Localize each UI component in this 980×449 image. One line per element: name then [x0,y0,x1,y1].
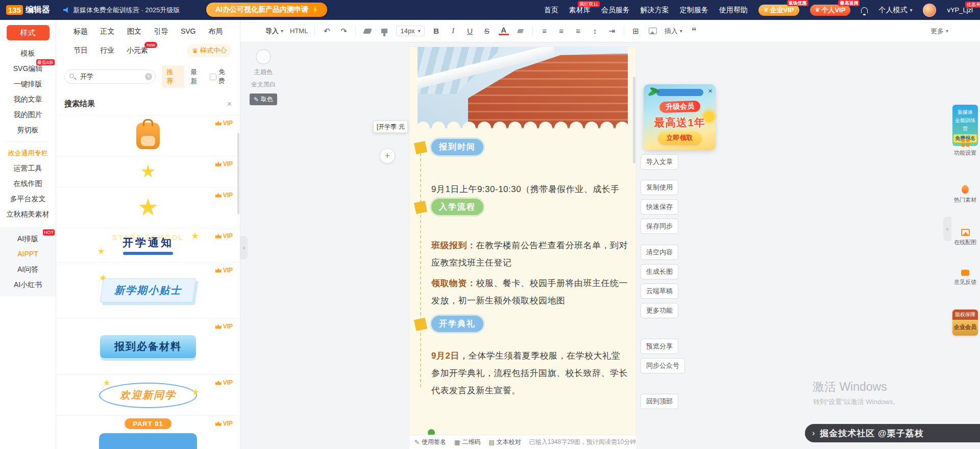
section-title-opening-ceremony[interactable]: 开学典礼 [431,316,483,332]
theme-color-label[interactable]: 主题色 [245,68,282,77]
rail-item-online-images[interactable]: 在线配图 [950,229,980,246]
ai-product-apply-button[interactable]: AI办公可视化新产品内测申请 [206,3,327,17]
sidebar-item-my-articles[interactable]: 我的文章 [0,91,56,107]
back-to-top-button[interactable]: 回到顶部 [641,394,678,409]
bullet-list-icon[interactable]: ≡ [540,27,550,35]
add-block-button[interactable]: + [380,148,395,163]
quick-save-button[interactable]: 快速保存 [641,199,678,215]
announcement-banner[interactable]: 新媒体免费全能训练营 · 2025升级版 [63,6,180,15]
enterprise-vip-button[interactable]: ♛ 企业VIP 返场优惠 [758,5,799,16]
sidebar-item-multi-platform[interactable]: 多平台发文 [0,191,56,206]
style-item-registration-materials[interactable]: VIP 报到必备材料 [56,319,240,375]
preview-share-button[interactable]: 预览分享 [641,339,678,354]
import-article-button[interactable]: 导入文章 [641,154,678,170]
strikethrough-button[interactable]: S [482,27,492,35]
style-item-star[interactable]: VIP [56,187,240,228]
mode-select[interactable]: 个人模式 ▾ [878,6,912,15]
paragraph-class-registration[interactable]: 班级报到：在教学楼前公告栏查看分班名单，到对应教室找班主任登记 [431,237,629,272]
proofread-button[interactable]: ▤文本校对 [488,438,521,446]
sidebar-item-ai-ppt[interactable]: AIPPT [0,246,56,262]
panel-scrollbar[interactable] [237,133,239,215]
sidebar-item-ai-qa[interactable]: AI问答 [0,262,56,277]
underline-button[interactable]: U [465,27,475,35]
insert-button[interactable]: 插入▾ [665,27,682,36]
style-item-part01[interactable]: VIP PART 01 [56,416,240,449]
sidebar-item-style[interactable]: 样式 [7,25,50,40]
filter-latest[interactable]: 最新 [190,67,204,86]
quote-icon[interactable]: “ [689,26,699,37]
style-item-school-notice[interactable]: VIP START SCHOOL 开学通知 [56,228,240,263]
generate-long-image-button[interactable]: 生成长图 [641,264,678,279]
username[interactable]: vYP_Ljzl 优惠券 [947,6,973,14]
nav-home[interactable]: 首页 [544,6,558,15]
sync-official-account-button[interactable]: 同步公众号 [641,358,685,373]
line-height-icon[interactable]: ↕ [590,27,600,35]
qrcode-button[interactable]: ▦二维码 [454,438,480,446]
sidebar-item-ai-xiaohongshu[interactable]: AI小红书 [0,277,56,292]
paragraph-ceremony[interactable]: 9月2日，全体学生须着夏季校服，在学校大礼堂参加开学典礼，流程包括升国旗、校长致… [431,347,629,399]
copyright-protection-badge[interactable]: 版权保障 企业会员 [952,310,978,336]
format-painter-icon[interactable] [379,29,389,33]
style-item-new-term-tips[interactable]: VIP 新学期小贴士 [56,263,240,319]
sidebar-item-templates[interactable]: 模板 [0,45,56,61]
sidebar-item-gov-enterprise[interactable]: 政企通用专栏 [0,146,56,160]
tab-title[interactable]: 标题 [74,27,88,36]
tab-guide[interactable]: 引导 [154,27,168,36]
filter-free[interactable]: 免费 [210,67,232,86]
tab-layout[interactable]: 布局 [208,27,223,36]
nav-help[interactable]: 使用帮助 [719,6,748,15]
chevron-right-icon[interactable]: › [812,429,815,438]
notification-bell-icon[interactable] [861,7,868,13]
nav-custom-services[interactable]: 定制服务 [680,6,708,15]
tab-festival[interactable]: 节日 [74,46,88,55]
redo-icon[interactable]: ↷ [338,27,349,36]
table-icon[interactable]: ⊞ [631,27,641,36]
sidebar-item-svg-editor[interactable]: SVG编辑 最低6折 [0,61,56,76]
html-button[interactable]: HTML [290,27,308,35]
personal-vip-button[interactable]: ♛ 个人VIP 最高返佣 [810,5,851,16]
clear-format-icon[interactable] [362,29,373,34]
sidebar-item-operation-tools[interactable]: 运营工具 [0,160,56,176]
save-sync-button[interactable]: 保存同步 [641,219,678,234]
section-title-enrollment-process[interactable]: 入学流程 [431,199,483,215]
collapse-panel-handle[interactable]: ‹ [240,236,248,259]
ordered-list-icon[interactable]: ≡ [556,27,567,35]
use-signature-button[interactable]: ✎使用签名 [414,438,446,446]
close-icon[interactable]: × [227,100,232,109]
vip-upgrade-promo[interactable]: × 升级会员 最高送1年 立即领取 [644,84,716,150]
font-size-select[interactable]: 14px▾ [396,26,424,36]
style-item-star-small[interactable]: VIP [56,156,240,187]
clear-content-button[interactable]: 清空内容 [641,245,678,260]
style-item-backpack[interactable]: VIP [56,115,240,156]
bold-button[interactable]: B [431,27,442,35]
theme-color-swatch[interactable] [256,49,271,64]
tab-image-text[interactable]: 图文 [127,27,141,36]
tab-svg[interactable]: SVG [181,27,196,36]
cloud-draft-button[interactable]: 云端草稿 [641,283,678,299]
font-color-button[interactable]: A [499,27,509,35]
rail-item-feedback[interactable]: 意见反馈 [950,270,980,286]
indent-icon[interactable]: ⇥ [607,27,617,36]
nav-material-library[interactable]: 素材库 疯狂双11 [569,6,591,15]
image-icon[interactable] [648,28,658,34]
document-canvas[interactable]: 报到时间 9月1日上午9:30-10:30（携带暑假作业、成长手册） 入学流程 … [409,47,636,435]
collapse-rail-handle[interactable]: ‹ [943,217,951,241]
claim-now-button[interactable]: 立即领取 [658,132,701,144]
nav-member-services[interactable]: 会员服务 [601,6,630,15]
more-button[interactable]: 更多▾ [930,27,948,36]
bottom-right-bar[interactable]: › 掘金技术社区 @栗子荔枝 [805,424,980,442]
paragraph-supplies[interactable]: 领取物资：校服、餐卡、校园手册将由班主任统一发放，初一新生额外领取校园地图 [431,275,629,310]
app-logo[interactable]: 135 编辑器 [0,5,55,15]
more-functions-button[interactable]: 更多功能 [641,303,678,318]
nav-solutions[interactable]: 解决方案 [641,6,669,15]
tab-body[interactable]: 正文 [100,27,114,36]
sidebar-item-autumn-materials[interactable]: 立秋精美素材 [0,206,56,222]
black-white-label[interactable]: 全文黑白 [245,80,282,89]
rail-item-settings[interactable]: 功能设置 [950,139,980,157]
tab-industry[interactable]: 行业 [100,46,114,55]
canvas-scrollbar[interactable] [633,77,635,163]
align-icon[interactable]: ≡ [573,27,583,35]
style-center-button[interactable]: ♛ 样式中心 [187,44,232,57]
highlight-color-button[interactable] [516,29,526,33]
sidebar-item-clipboard[interactable]: 剪切板 [0,122,56,137]
